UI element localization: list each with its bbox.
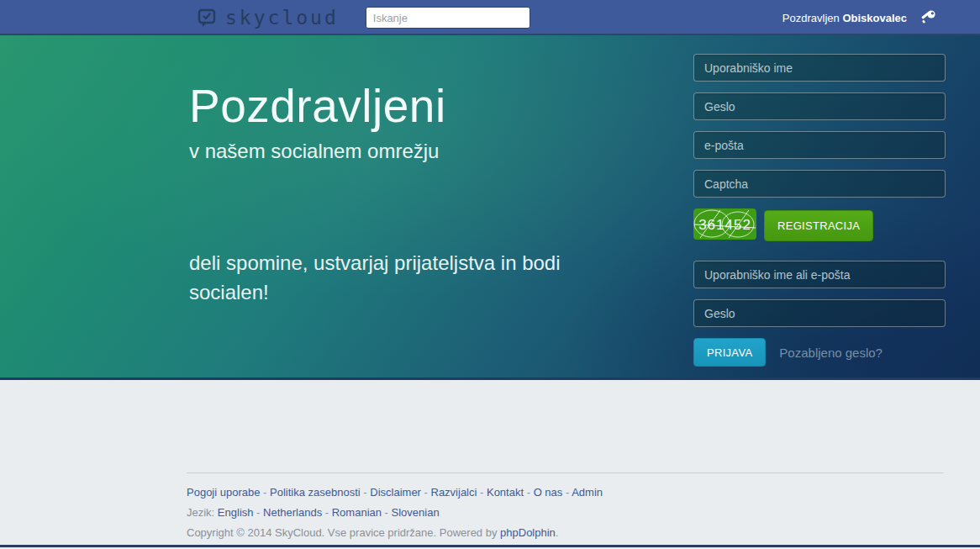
separator: -	[562, 486, 572, 499]
footer-links: Pogoji uporabe - Politika zasebnosti - D…	[187, 486, 944, 499]
separator: -	[382, 506, 392, 519]
phpdolphin-link[interactable]: phpDolphin	[500, 526, 556, 539]
login-identity-field[interactable]	[693, 261, 946, 288]
copyright-text: Copyright © 2014 SkyCloud. Vse pravice p…	[187, 526, 500, 539]
guest-name: Obiskovalec	[842, 12, 907, 24]
speech-bubble-check-icon	[197, 8, 217, 28]
captcha-image[interactable]: 361452	[693, 209, 756, 243]
brand-name: skycloud	[225, 8, 339, 28]
page-title: Pozdravljeni	[189, 79, 446, 133]
copyright-suffix: .	[556, 526, 559, 539]
separator: -	[322, 506, 332, 519]
search-input[interactable]	[366, 7, 530, 29]
captcha-code: 361452	[698, 217, 751, 233]
tagline: deli spomine, ustvarjaj prijateljstva in…	[189, 249, 576, 308]
language-link[interactable]: Netherlands	[263, 506, 322, 519]
footer-link[interactable]: Disclaimer	[370, 486, 421, 499]
register-email-field[interactable]	[693, 131, 946, 159]
footer-link[interactable]: O nas	[534, 486, 563, 499]
language-link[interactable]: Romanian	[332, 506, 382, 519]
footer-link[interactable]: Razvijalci	[431, 486, 477, 499]
footer-divider	[187, 472, 944, 473]
auth-forms: 361452 REGISTRACIJA PRIJAVA Pozabljeno g…	[693, 54, 946, 367]
login-form: PRIJAVA Pozabljeno geslo?	[693, 261, 946, 367]
language-link[interactable]: English	[218, 506, 254, 519]
page-subtitle: v našem socialnem omrežju	[189, 140, 439, 163]
footer-link[interactable]: Pogoji uporabe	[187, 486, 260, 499]
register-captcha-field[interactable]	[693, 170, 946, 198]
register-button[interactable]: REGISTRACIJA	[764, 210, 873, 241]
footer: Pogoji uporabe - Politika zasebnosti - D…	[0, 380, 980, 539]
separator: -	[421, 486, 431, 499]
footer-link[interactable]: Kontakt	[487, 486, 524, 499]
top-navbar: skycloud Pozdravljen Obiskovalec	[0, 0, 980, 35]
brand-logo[interactable]: skycloud	[197, 8, 339, 28]
forgot-password-link[interactable]: Pozabljeno geslo?	[779, 346, 883, 360]
login-button[interactable]: PRIJAVA	[693, 338, 766, 367]
register-password-field[interactable]	[693, 92, 946, 120]
separator: -	[477, 486, 487, 499]
footer-link[interactable]: Politika zasebnosti	[270, 486, 361, 499]
separator: -	[361, 486, 371, 499]
copyright-line: Copyright © 2014 SkyCloud. Vse pravice p…	[187, 526, 944, 539]
hero-section: Pozdravljeni v našem socialnem omrežju d…	[0, 35, 980, 380]
footer-languages: Jezik: English - Netherlands - Romanian …	[187, 506, 944, 519]
key-icon[interactable]	[919, 9, 937, 26]
greeting-text: Pozdravljen Obiskovalec	[782, 12, 907, 24]
language-label: Jezik:	[187, 506, 214, 519]
register-username-field[interactable]	[693, 54, 946, 82]
register-form: 361452 REGISTRACIJA	[693, 54, 946, 243]
language-link[interactable]: Slovenian	[392, 506, 440, 519]
separator: -	[524, 486, 534, 499]
login-password-field[interactable]	[693, 299, 946, 327]
footer-link[interactable]: Admin	[572, 486, 603, 499]
bottom-bar	[0, 545, 980, 547]
separator: -	[260, 486, 270, 499]
separator: -	[254, 506, 264, 519]
